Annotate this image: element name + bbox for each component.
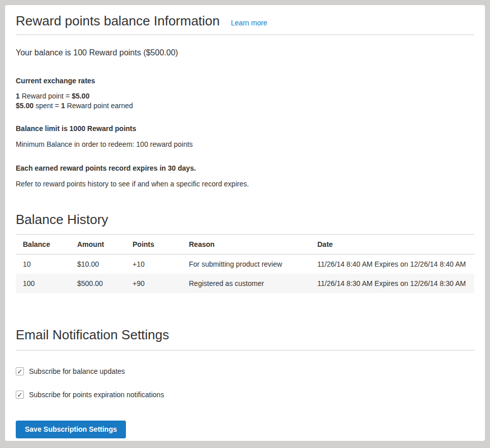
minimum-balance-text: Minimum Balance in order to redeem: 100 … — [16, 140, 474, 148]
points-expiration-label: Subscribe for points expiration notifica… — [29, 391, 164, 399]
reward-points-panel: Reward points balance Information Learn … — [5, 5, 485, 441]
checkmark-icon: ✓ — [17, 392, 23, 398]
cell-reason: For submitting product review — [182, 254, 310, 274]
earned-suffix: Reward point earned — [65, 102, 133, 110]
cell-date: 11/26/14 8:30 AM Expires on 12/26/14 8:3… — [310, 274, 474, 293]
spend-amount-value: $5.00 — [16, 102, 34, 110]
balance-updates-option: ✓ Subscribe for balance updates — [16, 367, 474, 375]
section-divider — [16, 350, 474, 350]
save-subscription-settings-button[interactable]: Save Subscription Settings — [16, 421, 126, 438]
cell-balance: 10 — [16, 254, 70, 274]
page-header: Reward points balance Information Learn … — [16, 12, 474, 35]
checkmark-icon: ✓ — [17, 368, 23, 375]
cell-balance: 100 — [16, 274, 70, 293]
email-notification-title: Email Notification Settings — [16, 327, 474, 343]
spend-label: spent = — [34, 102, 61, 110]
learn-more-link[interactable]: Learn more — [231, 19, 268, 27]
rate-amount-value: $5.00 — [72, 92, 89, 100]
balance-history-title: Balance History — [16, 211, 474, 228]
expiration-hint: Refer to reward points history to see if… — [16, 180, 474, 188]
rate-currency-to-points: $5.00 spent = 1 Reward point earned — [16, 101, 474, 111]
page-title: Reward points balance Information — [16, 12, 220, 29]
column-header-reason: Reason — [182, 235, 310, 254]
table-row: 10 $10.00 +10 For submitting product rev… — [16, 254, 474, 274]
table-row: 100 $500.00 +90 Registered as customer 1… — [16, 274, 474, 293]
balance-limit-heading: Balance limit is 1000 Reward points — [16, 124, 474, 133]
cell-reason: Registered as customer — [182, 274, 310, 293]
rate-points-to-currency: 1 Reward point = $5.00 — [16, 91, 474, 101]
expiration-notice: Each earned reward points record expires… — [16, 164, 474, 172]
cell-points: +90 — [125, 274, 182, 293]
balance-summary: Your balance is 100 Reward points ($500.… — [16, 48, 474, 57]
points-expiration-checkbox[interactable]: ✓ — [16, 391, 24, 399]
earned-points-value: 1 — [61, 102, 65, 110]
points-expiration-option: ✓ Subscribe for points expiration notifi… — [16, 391, 474, 399]
column-header-balance: Balance — [16, 235, 70, 254]
table-header-row: Balance Amount Points Reason Date — [16, 235, 474, 254]
exchange-rates: 1 Reward point = $5.00 $5.00 spent = 1 R… — [16, 91, 474, 111]
balance-updates-label: Subscribe for balance updates — [29, 367, 125, 375]
balance-updates-checkbox[interactable]: ✓ — [16, 367, 24, 375]
rate-points-value: 1 — [16, 92, 20, 100]
cell-points: +10 — [125, 254, 182, 274]
cell-date: 11/26/14 8:40 AM Expires on 12/26/14 8:4… — [310, 254, 474, 274]
cell-amount: $10.00 — [70, 254, 125, 274]
balance-history-table: Balance Amount Points Reason Date 10 $10… — [16, 234, 474, 293]
rate-label: Reward point = — [20, 92, 72, 100]
column-header-amount: Amount — [70, 235, 125, 254]
column-header-date: Date — [310, 235, 474, 254]
exchange-rates-heading: Current exchange rates — [16, 77, 474, 85]
column-header-points: Points — [125, 235, 182, 254]
cell-amount: $500.00 — [70, 274, 125, 293]
